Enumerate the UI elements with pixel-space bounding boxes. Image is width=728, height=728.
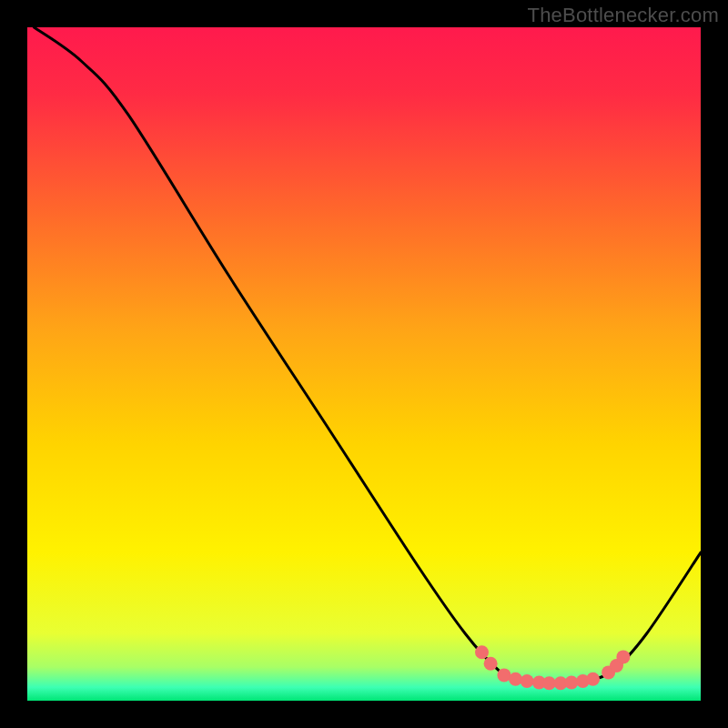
- data-marker: [509, 672, 522, 686]
- chart-svg: [27, 27, 701, 701]
- data-marker: [616, 650, 630, 663]
- gradient-background: [27, 27, 701, 701]
- data-marker: [475, 645, 489, 659]
- data-marker: [586, 672, 600, 686]
- data-marker: [521, 674, 534, 688]
- chart-frame: TheBottlenecker.com: [0, 0, 728, 728]
- data-marker: [484, 657, 498, 671]
- plot-area: [27, 27, 701, 701]
- watermark-text: TheBottlenecker.com: [528, 4, 719, 27]
